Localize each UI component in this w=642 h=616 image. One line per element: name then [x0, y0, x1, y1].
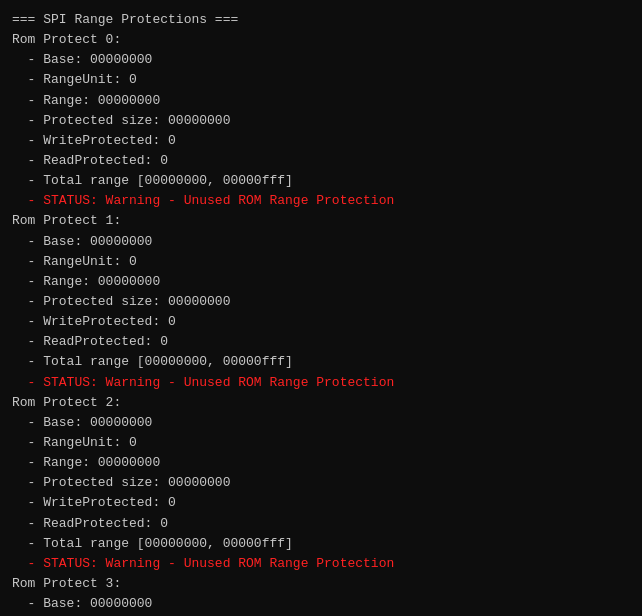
protect-1-field-1: - RangeUnit: 0	[12, 252, 630, 272]
terminal-output: === SPI Range Protections === Rom Protec…	[12, 10, 630, 616]
protect-2-field-0: - Base: 00000000	[12, 413, 630, 433]
protect-0-field-2: - Range: 00000000	[12, 91, 630, 111]
protect-1-field-2: - Range: 00000000	[12, 272, 630, 292]
protect-0-field-0: - Base: 00000000	[12, 50, 630, 70]
protect-1-field-6: - Total range [00000000, 00000fff]	[12, 352, 630, 372]
protect-1-header: Rom Protect 1:	[12, 211, 630, 231]
protect-1-field-4: - WriteProtected: 0	[12, 312, 630, 332]
protect-3-field-0: - Base: 00000000	[12, 594, 630, 614]
protect-2-header: Rom Protect 2:	[12, 393, 630, 413]
protect-2-field-5: - ReadProtected: 0	[12, 514, 630, 534]
protect-0-field-4: - WriteProtected: 0	[12, 131, 630, 151]
protect-2-field-1: - RangeUnit: 0	[12, 433, 630, 453]
protect-2-field-6: - Total range [00000000, 00000fff]	[12, 534, 630, 554]
protect-2-status: - STATUS: Warning - Unused ROM Range Pro…	[12, 554, 630, 574]
protect-3-header: Rom Protect 3:	[12, 574, 630, 594]
protect-0-field-6: - Total range [00000000, 00000fff]	[12, 171, 630, 191]
protect-0-field-5: - ReadProtected: 0	[12, 151, 630, 171]
protect-0-status: - STATUS: Warning - Unused ROM Range Pro…	[12, 191, 630, 211]
protect-1-field-0: - Base: 00000000	[12, 232, 630, 252]
protect-2-field-3: - Protected size: 00000000	[12, 473, 630, 493]
protect-1-field-5: - ReadProtected: 0	[12, 332, 630, 352]
protect-2-field-2: - Range: 00000000	[12, 453, 630, 473]
protect-0-header: Rom Protect 0:	[12, 30, 630, 50]
protect-2-field-4: - WriteProtected: 0	[12, 493, 630, 513]
section-title: === SPI Range Protections ===	[12, 10, 630, 30]
protect-0-field-1: - RangeUnit: 0	[12, 70, 630, 90]
protect-1-status: - STATUS: Warning - Unused ROM Range Pro…	[12, 373, 630, 393]
protect-0-field-3: - Protected size: 00000000	[12, 111, 630, 131]
protect-1-field-3: - Protected size: 00000000	[12, 292, 630, 312]
